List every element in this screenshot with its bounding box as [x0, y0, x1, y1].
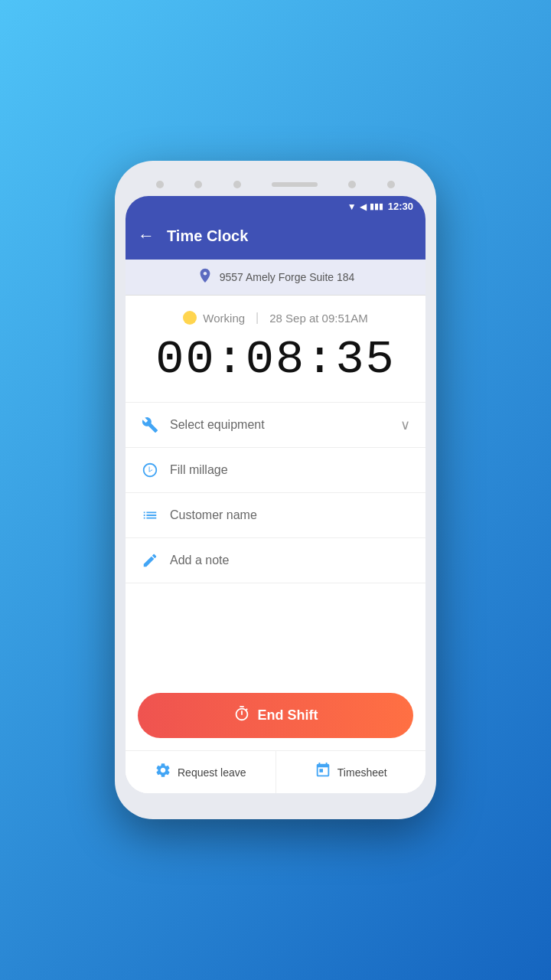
- fill-millage-label: Fill millage: [170, 463, 410, 477]
- back-button[interactable]: ←: [138, 226, 155, 246]
- battery-icon: ▮▮▮: [370, 201, 383, 211]
- working-status: Working | 28 Sep at 09:51AM: [183, 311, 367, 325]
- app-title: Time Clock: [167, 227, 248, 245]
- camera-dot-5: [387, 181, 395, 188]
- form-spacer: [126, 583, 425, 681]
- add-note-item[interactable]: Add a note: [126, 538, 425, 583]
- working-label: Working: [203, 312, 245, 325]
- phone-speaker: [272, 182, 318, 187]
- location-address: 9557 Amely Forge Suite 184: [220, 271, 355, 283]
- customer-name-item[interactable]: Customer name: [126, 493, 425, 538]
- camera-dot-4: [348, 181, 356, 188]
- select-equipment-item[interactable]: Select equipment ∨: [126, 403, 425, 448]
- phone-screen: ▼ ◀ ▮▮▮ 12:30 ← Time Clock 9557 Amely Fo…: [126, 196, 425, 793]
- chevron-icon: ∨: [400, 416, 410, 433]
- end-shift-button[interactable]: End Shift: [138, 693, 413, 738]
- request-leave-nav[interactable]: Request leave: [126, 751, 276, 793]
- signal-icon: ◀: [360, 201, 367, 212]
- status-icons: ▼ ◀ ▮▮▮: [347, 201, 383, 212]
- fill-millage-item[interactable]: Fill millage: [126, 448, 425, 493]
- camera-dot: [156, 181, 164, 188]
- timesheet-nav[interactable]: Timesheet: [276, 751, 426, 793]
- timesheet-label: Timesheet: [337, 766, 387, 779]
- separator: |: [256, 311, 259, 325]
- status-time: 12:30: [388, 201, 413, 212]
- camera-dot-3: [233, 181, 241, 188]
- working-dot: [183, 311, 197, 325]
- edit-icon: [141, 552, 159, 569]
- phone-notch: [126, 176, 425, 196]
- gear-icon: [155, 762, 171, 782]
- calendar-icon: [315, 762, 331, 782]
- form-section: Select equipment ∨ Fill millage: [126, 403, 425, 681]
- timer-section: Working | 28 Sep at 09:51AM 00:08:35: [126, 296, 425, 403]
- camera-dot-2: [194, 181, 202, 188]
- main-content: Working | 28 Sep at 09:51AM 00:08:35 Sel…: [126, 296, 425, 793]
- end-shift-container: End Shift: [126, 681, 425, 750]
- status-bar: ▼ ◀ ▮▮▮ 12:30: [126, 196, 425, 217]
- request-leave-label: Request leave: [178, 766, 246, 779]
- phone-frame: ▼ ◀ ▮▮▮ 12:30 ← Time Clock 9557 Amely Fo…: [115, 161, 436, 819]
- location-bar: 9557 Amely Forge Suite 184: [126, 260, 425, 296]
- stopwatch-icon: [233, 705, 250, 726]
- working-date: 28 Sep at 09:51AM: [269, 312, 367, 325]
- select-equipment-label: Select equipment: [170, 418, 390, 432]
- list-icon: [141, 507, 159, 524]
- bottom-nav: Request leave Timesheet: [126, 750, 425, 793]
- wifi-icon: ▼: [347, 201, 357, 212]
- customer-name-label: Customer name: [170, 508, 410, 522]
- wrench-icon: [141, 416, 159, 433]
- app-bar: ← Time Clock: [126, 217, 425, 260]
- end-shift-label: End Shift: [258, 707, 318, 724]
- timer-display: 00:08:35: [155, 332, 396, 387]
- location-icon: [197, 267, 214, 287]
- speedometer-icon: [141, 462, 159, 479]
- add-note-label: Add a note: [170, 554, 410, 567]
